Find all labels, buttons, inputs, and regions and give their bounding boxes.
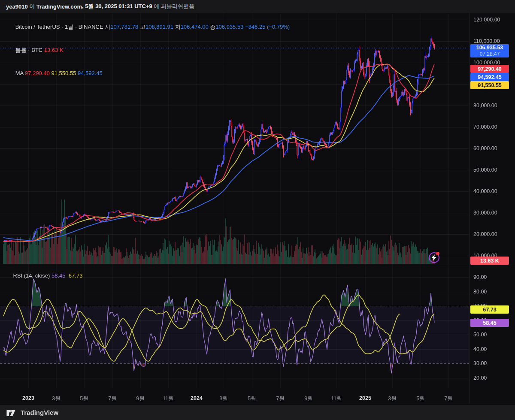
price-tick-label: 120,000.00	[473, 17, 500, 23]
publish-date: , 5월 30, 2025 01:31 UTC+9	[82, 3, 152, 10]
legend-ma-row[interactable]: MA 97,290.40 91,550.55 94,592.45	[6, 62, 290, 85]
rsi-title: RSI (14, close)	[13, 272, 52, 279]
legend-symbol-row[interactable]: Bitcoin / TetherUS · 1날 · BINANCE 시107,7…	[6, 15, 290, 39]
low-value: 106,474.00	[181, 24, 209, 30]
price-tick-label: 70,000.00	[473, 124, 497, 130]
time-tick-label: 2025	[359, 395, 371, 401]
tradingview-published-chart: yea9010 이 TradingView.com, 5월 30, 2025 0…	[0, 0, 515, 420]
high-value: 108,891.91	[145, 24, 173, 30]
volume-axis-label: 13.63 K	[470, 257, 509, 265]
open-value: 107,781.78	[110, 24, 138, 30]
publisher-username: yea9010	[6, 3, 28, 10]
ma-label: MA	[15, 70, 25, 76]
price-tick-label: 80,000.00	[473, 103, 497, 109]
price-tick-label: 30,000.00	[473, 210, 497, 216]
rsi-value-box: 58.45	[470, 319, 509, 327]
rsi-axis[interactable]: 90.0080.0070.0060.0050.0040.0030.0020.00…	[469, 265, 515, 388]
price-tick-label: 40,000.00	[473, 188, 497, 194]
rsi-tick-label: 50.00	[473, 332, 487, 338]
time-axis[interactable]: 20233월5월7월9월11월20243월5월7월9월11월20253월5월7월	[0, 388, 469, 405]
time-tick-label: 5월	[80, 395, 88, 402]
current-price-value: 106,935.53	[476, 45, 503, 51]
ma-price-box: 97,290.40	[470, 65, 509, 73]
rsi-legend-row[interactable]: RSI (14, close) 58.45 67.73	[7, 266, 82, 285]
rsi-value-box: 67.73	[470, 305, 509, 314]
price-axis[interactable]: 120,000.00110,000.00100,000.0090,000.008…	[469, 13, 515, 265]
time-tick-label: 7월	[444, 395, 452, 402]
ma-price-box: 94,592.45	[470, 73, 509, 81]
time-tick-label: 5월	[416, 395, 424, 402]
time-tick-label: 5월	[248, 395, 256, 402]
time-tick-label: 3월	[52, 395, 60, 402]
time-tick-label: 9월	[136, 395, 144, 402]
notification-dot	[436, 252, 439, 255]
price-tick-label: 110,000.00	[473, 38, 500, 44]
bar-countdown: 07:28:47	[480, 51, 500, 57]
price-tick-label: 20,000.00	[473, 231, 497, 237]
ma-price-box: 91,550.55	[470, 81, 509, 89]
low-label: 저	[173, 24, 181, 30]
time-tick-label: 3월	[219, 395, 227, 402]
close-value: 106,935.53	[215, 24, 243, 30]
publish-info-bar: yea9010 이 TradingView.com, 5월 30, 2025 0…	[0, 0, 515, 13]
volume-value: 13.63 K	[44, 47, 64, 53]
chart-legend: Bitcoin / TetherUS · 1날 · BINANCE 시107,7…	[6, 15, 290, 85]
rsi-tick-label: 80.00	[473, 289, 487, 295]
ma-fast-value: 97,290.40	[25, 70, 50, 76]
time-tick-label: 9월	[304, 395, 312, 402]
time-tick-label: 11월	[331, 395, 342, 402]
instant-trading-button[interactable]	[429, 252, 439, 263]
change-value: −846.25 (−0.79%)	[243, 24, 290, 30]
footer-bar: TradingView	[0, 405, 515, 420]
publish-site: TradingView.com	[36, 3, 82, 10]
time-tick-label: 2024	[191, 395, 203, 401]
symbol-title: Bitcoin / TetherUS · 1날 · BINANCE	[15, 24, 103, 30]
rsi-tick-label: 30.00	[473, 360, 487, 366]
rsi-tick-label: 90.00	[473, 274, 487, 280]
legend-volume-row[interactable]: 볼륨 · BTC 13.63 K	[6, 39, 290, 62]
time-tick-label: 11월	[163, 395, 173, 402]
high-label: 고	[138, 24, 145, 30]
rsi-tick-label: 40.00	[473, 346, 487, 352]
publish-particle: 이	[28, 3, 36, 10]
tradingview-logo-icon[interactable]	[6, 408, 17, 417]
publish-suffix: 에 퍼블리쉬했음	[152, 3, 194, 10]
current-price-label: 106,935.53 07:28:47	[470, 44, 509, 57]
price-tick-label: 50,000.00	[473, 167, 497, 173]
time-tick-label: 7월	[276, 395, 284, 402]
time-tick-label: 7월	[108, 395, 116, 402]
ma-mid-value: 91,550.55	[52, 70, 76, 76]
lightning-bolt-icon	[431, 254, 437, 261]
open-label: 시	[103, 24, 111, 30]
time-tick-label: 2023	[22, 395, 34, 401]
volume-axis-value: 13.63 K	[480, 258, 499, 264]
rsi-value: 58.45	[52, 272, 66, 279]
footer-brand-text: TradingView	[21, 409, 58, 416]
close-label: 종	[209, 24, 216, 30]
price-tick-label: 60,000.00	[473, 145, 497, 151]
ma-slow-value: 94,592.45	[78, 70, 103, 76]
time-tick-label: 3월	[388, 395, 396, 402]
rsi-ma-value: 67.73	[69, 272, 83, 279]
rsi-tick-label: 20.00	[473, 375, 487, 381]
volume-label: 볼륨 · BTC	[15, 47, 44, 53]
